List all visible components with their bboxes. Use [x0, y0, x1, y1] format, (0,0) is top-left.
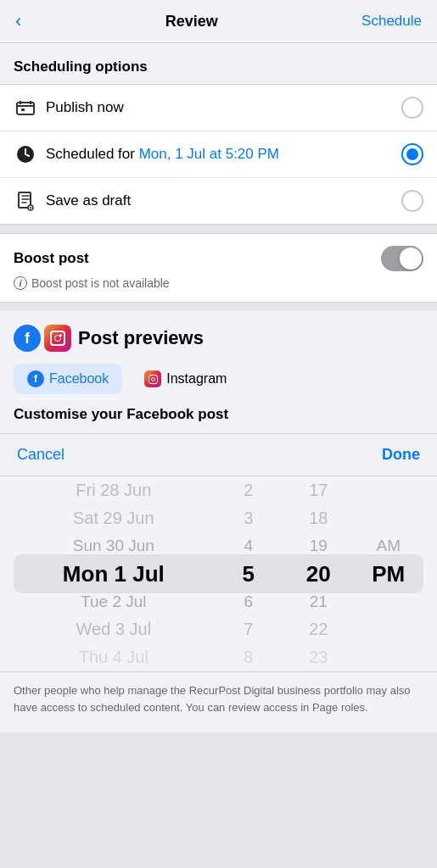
date-column: Fri 28 Jun Sat 29 Jun Sun 30 Jun Mon 1 J… [14, 476, 214, 671]
picker-hour-6: 8 [214, 643, 283, 671]
customise-label: Customise your Facebook post [14, 406, 423, 433]
picker-ampm-spacer4 [354, 643, 423, 671]
previews-section: f Post previews f Facebook Instagram Cus… [0, 311, 437, 433]
divider-1 [0, 225, 437, 233]
picker-hour-selected: 5 [214, 560, 283, 588]
divider-2 [0, 303, 437, 311]
picker-min-4: 21 [283, 587, 353, 615]
picker-columns: Fri 28 Jun Sat 29 Jun Sun 30 Jun Mon 1 J… [14, 476, 423, 671]
picker-hour-0: 2 [214, 476, 283, 504]
scheduled-for-radio[interactable] [401, 143, 423, 165]
picker-ampm-spacer3 [354, 615, 423, 643]
publish-now-option[interactable]: Publish now [0, 85, 437, 131]
page-title: Review [165, 13, 218, 31]
save-as-draft-option[interactable]: Save as draft [0, 178, 437, 224]
scheduling-section: Scheduling options [0, 43, 437, 84]
cancel-button[interactable]: Cancel [17, 446, 64, 464]
boost-toggle[interactable] [381, 246, 423, 271]
picker-date-1: Sat 29 Jun [14, 504, 214, 532]
platform-icons: f [14, 325, 71, 352]
instagram-tab[interactable]: Instagram [131, 364, 240, 394]
picker-ampm-spacer2 [354, 504, 423, 532]
previews-header: f Post previews [14, 325, 423, 352]
tab-ig-lens [151, 377, 155, 381]
footer-note: Other people who help manage the RecurPo… [0, 671, 437, 732]
toggle-knob [400, 248, 422, 270]
picker-hour-1: 3 [214, 504, 283, 532]
picker-min-selected: 20 [283, 560, 353, 588]
boost-label: Boost post [14, 250, 89, 267]
hour-column: 2 3 4 5 6 7 8 [214, 476, 283, 671]
save-draft-radio[interactable] [401, 190, 423, 212]
tab-instagram-icon [144, 370, 161, 387]
scheduling-title: Scheduling options [0, 43, 437, 84]
picker-date-4: Tue 2 Jul [14, 587, 214, 615]
facebook-icon: f [14, 325, 41, 352]
radio-inner [406, 148, 418, 160]
info-icon: i [14, 276, 27, 290]
picker-ampm-spacer1 [354, 476, 423, 504]
picker-min-1: 18 [283, 504, 353, 532]
scheduling-options: Publish now Scheduled for Mon, 1 Jul at … [0, 84, 437, 225]
picker-hour-4: 6 [214, 587, 283, 615]
bottom-modal: Cancel Done Fri 28 Jun Sat 29 Jun Sun 30… [0, 433, 437, 732]
picker-ampm-empty [354, 587, 423, 615]
scheduled-for-option[interactable]: Scheduled for Mon, 1 Jul at 5:20 PM [0, 131, 437, 178]
schedule-button[interactable]: Schedule [361, 13, 422, 30]
boost-unavailable-text: Boost post is not available [31, 276, 170, 290]
header: ‹ Review Schedule [0, 0, 437, 43]
picker-am: AM [354, 532, 423, 560]
picker-date-5: Wed 3 Jul [14, 615, 214, 643]
boost-row: Boost post [14, 246, 423, 271]
boost-note: i Boost post is not available [14, 276, 423, 290]
draft-icon [14, 191, 37, 211]
tab-ig-inner [148, 375, 158, 384]
publish-now-radio[interactable] [401, 97, 423, 119]
facebook-tab[interactable]: f Facebook [14, 364, 122, 394]
scheduled-for-label: Scheduled for Mon, 1 Jul at 5:20 PM [46, 146, 401, 163]
picker-date-selected: Mon 1 Jul [14, 560, 214, 588]
publish-now-label: Publish now [46, 99, 401, 116]
instagram-icon [44, 325, 71, 352]
modal-actions: Cancel Done [0, 434, 437, 476]
done-button[interactable]: Done [382, 446, 420, 464]
save-draft-label: Save as draft [46, 192, 401, 209]
picker-min-2: 19 [283, 532, 353, 560]
picker-min-6: 23 [283, 643, 353, 671]
picker-date-0: Fri 28 Jun [14, 476, 214, 504]
picker-min-0: 17 [283, 476, 353, 504]
back-button[interactable]: ‹ [15, 12, 21, 31]
ig-dot [59, 334, 62, 337]
time-picker[interactable]: Fri 28 Jun Sat 29 Jun Sun 30 Jun Mon 1 J… [0, 476, 437, 671]
facebook-tab-label: Facebook [49, 371, 109, 387]
ampm-column: AM PM [354, 476, 423, 671]
svg-rect-3 [21, 108, 25, 111]
svg-rect-0 [17, 103, 34, 114]
picker-date-6: Thu 4 Jul [14, 643, 214, 671]
clock-icon [14, 144, 37, 164]
picker-pm-selected: PM [354, 560, 423, 588]
instagram-tab-label: Instagram [166, 371, 227, 387]
picker-hour-5: 7 [214, 615, 283, 643]
picker-min-5: 22 [283, 615, 353, 643]
picker-date-2: Sun 30 Jun [14, 532, 214, 560]
platform-tabs: f Facebook Instagram [14, 364, 423, 394]
previews-title: Post previews [78, 327, 204, 349]
minute-column: 17 18 19 20 21 22 23 [283, 476, 353, 671]
ig-inner [50, 331, 65, 346]
picker-hour-2: 4 [214, 532, 283, 560]
publish-icon [14, 99, 37, 116]
tab-facebook-icon: f [27, 370, 44, 387]
boost-section: Boost post i Boost post is not available [0, 233, 437, 303]
